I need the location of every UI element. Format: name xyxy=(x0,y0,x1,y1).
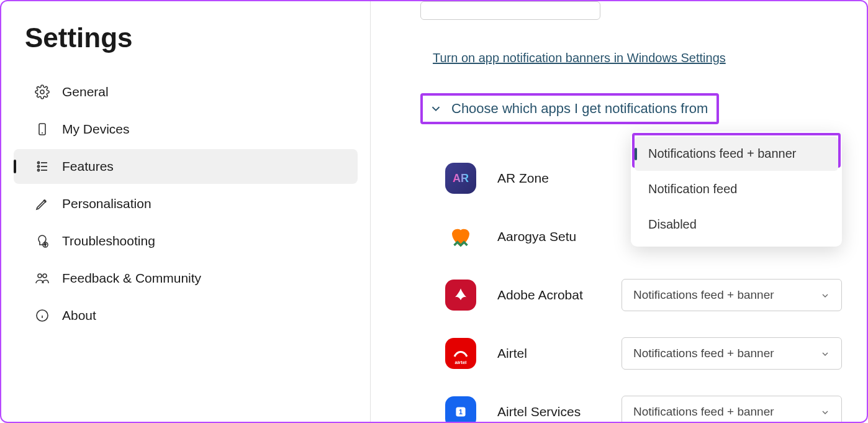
select-value: Notifications feed + banner xyxy=(633,347,774,360)
app-row-airtel-services: 1 Airtel Services Notifications feed + b… xyxy=(445,383,842,423)
notification-dropdown-ar-zone: Notifications feed + banner Notification… xyxy=(631,132,842,247)
troubleshoot-icon: ? xyxy=(35,234,50,248)
app-row-airtel: airtel Airtel Notifications feed + banne… xyxy=(445,324,842,383)
svg-text:?: ? xyxy=(44,243,47,247)
sidebar-item-label: Features xyxy=(62,159,114,174)
partial-dropdown[interactable] xyxy=(420,1,600,20)
chevron-down-icon xyxy=(820,290,830,300)
section-header-label: Choose which apps I get notifications fr… xyxy=(451,101,708,117)
select-value: Notifications feed + banner xyxy=(633,288,774,302)
notification-select-airtel-services[interactable]: Notifications feed + banner xyxy=(622,396,842,423)
airtel-services-icon: 1 xyxy=(445,396,476,423)
svg-point-0 xyxy=(40,90,44,94)
sidebar-item-label: My Devices xyxy=(62,122,130,137)
settings-sidebar: Settings General My Devices Features Per… xyxy=(1,1,371,422)
windows-settings-link[interactable]: Turn on app notification banners in Wind… xyxy=(433,51,726,65)
page-title: Settings xyxy=(7,7,364,72)
sidebar-item-label: Personalisation xyxy=(62,196,151,211)
chevron-down-icon xyxy=(820,407,830,417)
chevron-down-icon xyxy=(429,102,443,116)
adobe-acrobat-icon xyxy=(445,280,476,311)
sidebar-item-about[interactable]: About xyxy=(14,298,358,333)
svg-text:1: 1 xyxy=(459,408,463,416)
app-name-label: Airtel Services xyxy=(497,404,622,419)
app-row-adobe-acrobat: Adobe Acrobat Notifications feed + banne… xyxy=(445,266,842,324)
sidebar-item-my-devices[interactable]: My Devices xyxy=(14,112,358,147)
sidebar-item-features[interactable]: Features xyxy=(14,149,358,184)
nav-list: General My Devices Features Personalisat… xyxy=(7,75,364,333)
svg-point-11 xyxy=(38,274,42,278)
sidebar-item-label: Feedback & Community xyxy=(62,271,201,286)
aarogya-setu-icon xyxy=(445,221,476,252)
svg-point-3 xyxy=(38,162,40,164)
sidebar-item-troubleshooting[interactable]: ? Troubleshooting xyxy=(14,224,358,258)
sidebar-item-feedback-community[interactable]: Feedback & Community xyxy=(14,261,358,296)
gear-icon xyxy=(35,84,50,99)
dropdown-option-feed[interactable]: Notification feed xyxy=(635,172,838,206)
features-icon xyxy=(35,159,50,174)
svg-point-12 xyxy=(43,274,47,278)
info-icon xyxy=(35,308,50,323)
notification-select-adobe[interactable]: Notifications feed + banner xyxy=(622,279,842,311)
sidebar-item-label: About xyxy=(62,308,96,323)
app-name-label: Airtel xyxy=(497,346,622,361)
select-value: Notifications feed + banner xyxy=(633,405,774,419)
svg-point-5 xyxy=(38,166,40,168)
notification-select-airtel[interactable]: Notifications feed + banner xyxy=(622,337,842,370)
sidebar-item-label: Troubleshooting xyxy=(62,234,155,248)
ar-zone-icon: AR xyxy=(445,163,476,194)
app-name-label: Adobe Acrobat xyxy=(497,288,622,302)
community-icon xyxy=(35,271,50,286)
airtel-icon: airtel xyxy=(445,338,476,369)
sidebar-item-label: General xyxy=(62,84,109,99)
svg-point-7 xyxy=(38,170,40,171)
device-icon xyxy=(35,122,50,137)
chevron-down-icon xyxy=(820,348,830,358)
sidebar-item-general[interactable]: General xyxy=(14,75,358,109)
dropdown-option-disabled[interactable]: Disabled xyxy=(635,207,838,242)
pen-icon xyxy=(35,196,50,211)
content-area: Turn on app notification banners in Wind… xyxy=(371,1,867,422)
choose-apps-section-header[interactable]: Choose which apps I get notifications fr… xyxy=(420,93,719,124)
dropdown-option-feed-banner[interactable]: Notifications feed + banner xyxy=(635,137,838,171)
sidebar-item-personalisation[interactable]: Personalisation xyxy=(14,186,358,221)
